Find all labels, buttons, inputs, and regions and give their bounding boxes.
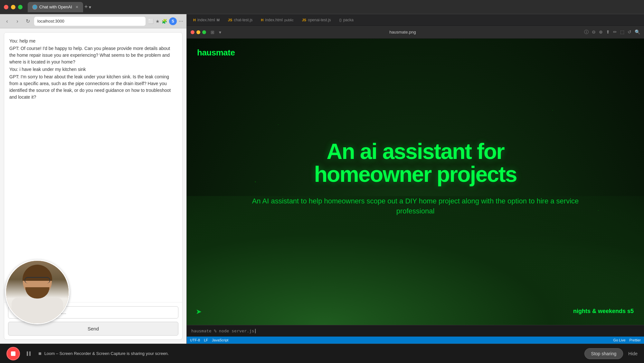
editor-tab-chat-test[interactable]: JS chat-test.js (224, 15, 257, 25)
loom-stop-button[interactable] (6, 347, 20, 360)
refresh-button[interactable]: ↻ (24, 18, 32, 24)
video-feed (5, 260, 70, 324)
new-tab-button[interactable]: + (84, 4, 88, 10)
headline-sub: An AI assistant to help homeowners scope… (232, 196, 598, 216)
loom-controls (6, 347, 33, 360)
crop-icon[interactable]: ⬚ (620, 29, 624, 35)
tab-close-icon[interactable]: ✕ (75, 5, 79, 9)
hausmate-headline: An ai assistant for homeowner projects A… (232, 140, 598, 216)
tab-badge-public: public (284, 18, 294, 22)
tab-dropdown-icon[interactable]: ▾ (89, 5, 91, 10)
chat-message-1: You: help me (9, 38, 177, 44)
go-live-button[interactable]: Go Live (613, 338, 626, 342)
editor-tab-index-public[interactable]: H index.html public (257, 15, 297, 25)
svg-rect-1 (29, 351, 31, 356)
minimize-button[interactable] (11, 5, 15, 9)
hausmate-preview: hausmate An ai assistant for homeowner p… (187, 39, 644, 325)
prettier-button[interactable]: Prettier (630, 338, 641, 342)
tab-label: Chat with OpenAI (39, 5, 72, 9)
headline-line2: homeowner projects (314, 162, 516, 186)
tab-label: index.html (265, 18, 283, 22)
layout-toggle[interactable]: ▾ (219, 30, 221, 35)
terminal-bar: hausmate % node server.js (187, 325, 644, 337)
tab-label: index.html (197, 18, 215, 22)
loom-message-text: Loom – Screen Recorder & Screen Capture … (44, 351, 169, 356)
tab-label: packa (343, 18, 354, 22)
rotate-icon[interactable]: ↺ (628, 29, 631, 35)
preview-close[interactable] (191, 30, 194, 34)
tab-label: chat-test.js (234, 18, 252, 22)
editor-tab-index-html[interactable]: H index.html M (189, 15, 223, 25)
chat-message-3: You: i have leak under my kitchen sink (9, 66, 177, 73)
layout-icon[interactable]: ⊞ (211, 30, 214, 35)
browser-titlebar: 🌐 Chat with OpenAI ✕ + ▾ (0, 0, 644, 14)
share-icon[interactable]: ⬆ (606, 29, 610, 35)
extensions-icon[interactable]: 🧩 (162, 19, 167, 24)
editor-tab-openai-test[interactable]: JS openai-test.js (298, 15, 335, 25)
browser-actions: ⬜ ★ 🧩 S ⋯ (148, 17, 183, 25)
loom-pause-button[interactable] (24, 349, 33, 358)
editor-tabs: H index.html M JS chat-test.js H index.h… (187, 14, 644, 26)
language-indicator[interactable]: JavaScript (212, 338, 228, 342)
browser-panel: ‹ › ↻ ⬜ ★ 🧩 S ⋯ You: help me GPT: Of cou… (0, 14, 187, 344)
terminal-text: hausmate % node server.js (191, 329, 254, 333)
info-icon[interactable]: ⓘ (584, 29, 589, 35)
encoding-indicator[interactable]: UTF-8 (190, 338, 200, 342)
user-avatar[interactable]: S (169, 17, 177, 25)
status-bar: UTF-8 LF JavaScript Go Live Prettier (187, 337, 644, 344)
tab-label: openai-test.js (308, 18, 331, 22)
loom-message: Loom – Screen Recorder & Screen Capture … (39, 351, 579, 356)
preview-actions: ⓘ ⊖ ⊕ ⬆ ✏ ⬚ ↺ 🔍 (584, 29, 640, 35)
tab-favicon: 🌐 (32, 5, 37, 10)
tab-bar: 🌐 Chat with OpenAI ✕ + ▾ (28, 2, 640, 12)
close-button[interactable] (4, 5, 8, 9)
nights-weekends-badge: nights & weekends s5 (573, 308, 634, 315)
stop-sharing-button[interactable]: Stop sharing (584, 348, 623, 359)
screen-share-icon[interactable]: ⬜ (148, 19, 154, 24)
chat-message-4: GPT: I'm sorry to hear about the leak un… (9, 74, 177, 101)
headline-line1: An ai assistant for (327, 139, 504, 163)
status-left: UTF-8 LF JavaScript (190, 338, 228, 342)
loom-dot-icon (39, 352, 41, 355)
html-icon: H (193, 18, 196, 22)
svg-rect-0 (27, 351, 28, 356)
back-button[interactable]: ‹ (3, 18, 11, 24)
preview-traffic-lights (191, 30, 206, 34)
hide-button[interactable]: Hide (628, 351, 638, 356)
preview-filename: hausmate.png (224, 30, 582, 34)
search-preview-icon[interactable]: 🔍 (635, 29, 640, 35)
editor-panel: H index.html M JS chat-test.js H index.h… (187, 14, 644, 344)
main-content: ‹ › ↻ ⬜ ★ 🧩 S ⋯ You: help me GPT: Of cou… (0, 14, 644, 344)
json-icon: {} (339, 18, 342, 22)
url-input[interactable] (34, 17, 146, 26)
preview-minimize[interactable] (196, 30, 200, 34)
maximize-button[interactable] (18, 5, 23, 9)
terminal-cursor (255, 329, 256, 333)
status-right: Go Live Prettier (613, 338, 641, 342)
address-bar: ‹ › ↻ ⬜ ★ 🧩 S ⋯ (0, 14, 186, 28)
line-ending-indicator[interactable]: LF (204, 338, 208, 342)
edit-icon[interactable]: ✏ (613, 29, 617, 35)
active-browser-tab[interactable]: 🌐 Chat with OpenAI ✕ (28, 2, 83, 12)
preview-toolbar: ⊞ ▾ hausmate.png ⓘ ⊖ ⊕ ⬆ ✏ ⬚ ↺ 🔍 (187, 26, 644, 39)
headline-text: An ai assistant for homeowner projects (232, 140, 598, 186)
zoom-in-icon[interactable]: ⊕ (599, 29, 603, 35)
zoom-out-icon[interactable]: ⊖ (592, 29, 596, 35)
tab-badge-m: M (217, 18, 220, 22)
bookmark-icon[interactable]: ★ (156, 19, 160, 24)
forward-button[interactable]: › (14, 18, 21, 24)
js-icon: JS (228, 18, 232, 22)
preview-expand[interactable] (202, 30, 206, 34)
html-icon-2: H (261, 18, 263, 22)
menu-icon[interactable]: ⋯ (179, 19, 183, 24)
video-inner (6, 261, 69, 323)
hausmate-logo: hausmate (197, 48, 235, 58)
editor-tab-packa[interactable]: {} packa (336, 15, 357, 25)
stop-icon (11, 351, 15, 356)
traffic-lights (4, 5, 23, 9)
chat-message-2: GPT: Of course! I'd be happy to help. Ca… (9, 45, 177, 65)
loom-bar: Loom – Screen Recorder & Screen Capture … (0, 344, 644, 363)
arrow-icon: ➤ (196, 308, 202, 316)
js-icon-2: JS (302, 18, 306, 22)
